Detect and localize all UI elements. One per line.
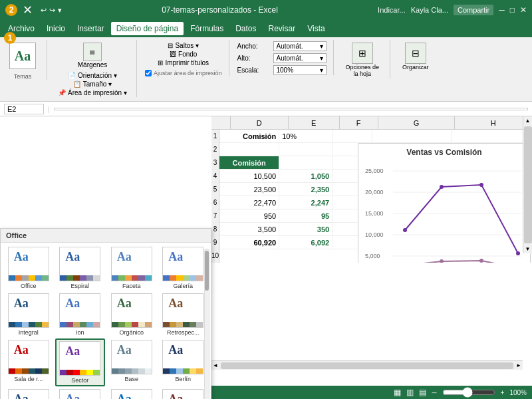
row-6: 6 — [211, 196, 219, 209]
cell-e9[interactable]: 6,092 — [279, 236, 332, 249]
ribbon-group-print: ⊟ Saltos ▾ 🖼 Fondo ⊞ Imprimir títulos Aj… — [145, 40, 229, 76]
escala-dropdown[interactable]: 100% ▾ — [273, 65, 327, 75]
organizar-btn[interactable]: ⊟ Organizar — [398, 41, 433, 72]
cell-e8[interactable]: 350 — [279, 223, 332, 235]
ajustar-area: Ajustar área de impresión — [145, 70, 222, 76]
cell-e6[interactable]: 2,247 — [279, 196, 332, 209]
point-v2 — [440, 185, 444, 189]
cell-e3[interactable] — [279, 156, 332, 169]
theme-item-faceta[interactable]: AaFaceta — [106, 245, 157, 291]
cell-e5[interactable]: 2,350 — [279, 183, 332, 196]
col-g[interactable]: G — [378, 116, 456, 129]
col-d[interactable]: D — [231, 116, 289, 129]
ancho-row: Ancho: Automát. ▾ — [237, 41, 327, 51]
row-2: 2 — [211, 143, 219, 156]
view-page-icon[interactable]: ▤ — [419, 388, 426, 397]
cell-h1[interactable] — [452, 130, 532, 142]
undo-btn[interactable]: ↩ — [41, 6, 47, 15]
cell-e7[interactable]: 95 — [279, 209, 332, 222]
theme-item-citable[interactable]: AaCitable — [55, 388, 106, 399]
ancho-dropdown[interactable]: Automát. ▾ — [273, 41, 327, 51]
col-f[interactable]: F — [340, 116, 378, 129]
saltos-lbl: Saltos ▾ — [175, 42, 199, 49]
margenes-btn[interactable]: ▤ Márgenes — [74, 41, 111, 70]
theme-item-damasco[interactable]: AaDamasco — [158, 388, 209, 399]
theme-item-circuito[interactable]: AaCircuito — [3, 388, 54, 399]
theme-name: Ion — [76, 329, 84, 336]
col-e[interactable]: E — [289, 116, 340, 129]
restore-btn[interactable]: □ — [510, 5, 515, 15]
view-normal-icon[interactable]: ▦ — [394, 388, 401, 397]
cell-d9[interactable]: 60,920 — [219, 236, 279, 249]
alto-val: Automát. — [277, 55, 303, 62]
h-scrollbar[interactable]: ◄ ► — [211, 360, 523, 370]
theme-item-berln[interactable]: AaBerlín — [158, 338, 209, 386]
cell-d1[interactable]: Comisión — [219, 130, 279, 142]
menu-insertar[interactable]: Insertar — [72, 22, 110, 35]
cell-g1[interactable] — [372, 130, 452, 142]
close-btn[interactable]: ✕ — [520, 5, 527, 15]
saltos-btn[interactable]: ⊟ Saltos ▾ — [165, 41, 201, 50]
formula-input[interactable] — [54, 108, 528, 110]
menu-revisar[interactable]: Revisar — [263, 22, 301, 35]
theme-item-espiral[interactable]: AaEspiral — [55, 245, 106, 291]
window-title: 07-temas-personalizados - Excel — [62, 5, 378, 15]
cell-d8[interactable]: 3,500 — [219, 223, 279, 235]
minimize-btn[interactable]: ─ — [499, 5, 505, 15]
redo-btn[interactable]: ↪ — [49, 6, 55, 15]
fondo-btn[interactable]: 🖼 Fondo — [167, 50, 200, 59]
ajustar-check[interactable] — [145, 70, 152, 76]
zoom-slider[interactable] — [442, 390, 495, 395]
alto-dropdown[interactable]: Automát. ▾ — [273, 53, 327, 63]
cell-d7[interactable]: 950 — [219, 209, 279, 222]
cell-d3[interactable]: Comisión — [219, 156, 279, 169]
cell-f1[interactable] — [332, 130, 372, 142]
menu-inicio[interactable]: Inicio — [41, 22, 70, 35]
cell-e2[interactable] — [279, 143, 332, 156]
theme-item-conbandas[interactable]: AaCon bandas — [106, 388, 157, 399]
ajustar-lbl: Ajustar área de impresión — [154, 70, 222, 76]
scroll-up-icon[interactable]: ▲ — [524, 116, 532, 125]
tamano-btn[interactable]: 📋 Tamaño ▾ — [70, 80, 114, 88]
cell-d4[interactable]: 10,500 — [219, 170, 279, 182]
cell-d2[interactable] — [219, 143, 279, 156]
theme-item-ion[interactable]: AaIon — [55, 292, 106, 337]
user-btn[interactable]: Kayla Cla... — [411, 6, 448, 14]
menu-datos[interactable]: Datos — [230, 22, 261, 35]
theme-item-orgnico[interactable]: AaOrgánico — [106, 292, 157, 337]
cell-e1[interactable]: 10% — [279, 130, 332, 142]
theme-name: Orgánico — [119, 329, 144, 336]
share-btn[interactable]: Compartir — [454, 5, 493, 15]
cell-ref[interactable]: E2 — [4, 104, 44, 114]
area-btn[interactable]: 📌 Área de impresión ▾ — [55, 88, 130, 97]
themes-scrollbar[interactable] — [204, 249, 209, 399]
menu-vista[interactable]: Vista — [302, 22, 330, 35]
opciones-btn[interactable]: ⊞ Opciones dela hoja — [342, 41, 384, 78]
scroll-down-icon[interactable]: ▼ — [524, 245, 532, 253]
theme-item-retrospec[interactable]: AaRetrospec... — [158, 292, 209, 337]
margenes-icon: ▤ — [83, 43, 102, 61]
col-h[interactable]: H — [455, 116, 532, 129]
cell-e4[interactable]: 1,050 — [279, 170, 332, 182]
v-scrollbar[interactable]: ▲ ▼ — [523, 116, 532, 253]
cell-d6[interactable]: 22,470 — [219, 196, 279, 209]
theme-item-sector[interactable]: AaSector — [55, 338, 106, 386]
zoom-minus[interactable]: ─ — [432, 389, 436, 396]
ancho-caret: ▾ — [320, 43, 323, 50]
theme-item-integral[interactable]: AaIntegral — [3, 292, 54, 337]
temas-btn[interactable]: Aa — [5, 41, 40, 70]
menu-formulas[interactable]: Fórmulas — [185, 22, 229, 35]
orientacion-btn[interactable]: 📄 Orientación ▾ — [65, 71, 120, 80]
theme-item-galera[interactable]: AaGalería — [158, 245, 209, 291]
zoom-plus[interactable]: + — [501, 389, 505, 396]
theme-item-base[interactable]: AaBase — [106, 338, 157, 386]
cell-d5[interactable]: 23,500 — [219, 183, 279, 196]
scroll-right-icon[interactable]: ► — [515, 361, 523, 370]
theme-item-salader[interactable]: AaSala de r... — [3, 338, 54, 386]
theme-item-office[interactable]: AaOffice — [3, 245, 54, 291]
view-layout-icon[interactable]: ▥ — [406, 388, 414, 397]
imprimir-btn[interactable]: ⊞ Imprimir títulos — [155, 59, 211, 67]
indicate-btn[interactable]: Indicar... — [378, 6, 406, 14]
menu-diseno[interactable]: Diseño de página — [111, 22, 184, 35]
scroll-left-icon[interactable]: ◄ — [211, 361, 219, 370]
